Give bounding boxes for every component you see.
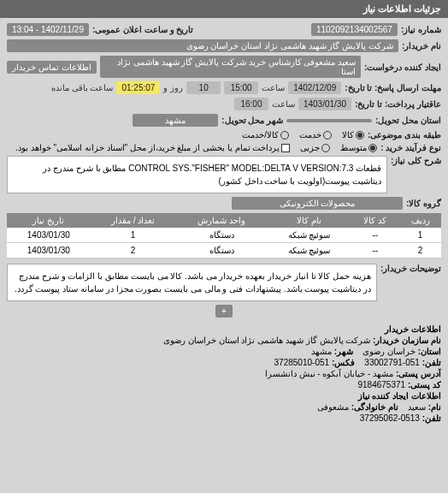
f-city-value: مشهد: [311, 347, 332, 356]
checkbox-icon: [281, 144, 290, 152]
deadline-date: 1402/12/09: [288, 81, 341, 94]
buyer-name-label: نام خریدار:: [402, 41, 441, 50]
radio-icon: [323, 131, 332, 140]
remaining-time: 01:25:07: [116, 81, 160, 94]
general-value: قطعات CONTROL SYS."FISHER" MODEL:DELTA V…: [7, 156, 387, 193]
f-tel-label: تلفن:: [422, 413, 441, 423]
f-province-label: استان:: [418, 347, 441, 356]
table-row[interactable]: 1 -- سوئیچ شبکه دستگاه 1 1403/01/30: [7, 228, 441, 243]
panel-title: جزئیات اطلاعات نیاز: [0, 0, 448, 18]
th-code: کد کالا: [351, 213, 399, 228]
announce-label: تاریخ و ساعت اعلان عمومی:: [92, 25, 193, 34]
valid-date: 1403/01/30: [298, 98, 351, 110]
creator-section-title: اطلاعات ایجاد کننده نیاز: [358, 391, 441, 401]
radio-icon: [368, 144, 377, 152]
radio-icon: [321, 144, 330, 152]
opt-medium[interactable]: متوسط: [340, 143, 377, 152]
th-name: نام کالا: [268, 213, 351, 228]
radio-icon: [356, 131, 364, 140]
f-address-label: آدرس پستی:: [396, 369, 441, 378]
f-name-label: نام:: [428, 402, 441, 412]
buy-type-label: نوع فرآیند خرید :: [380, 143, 441, 152]
group-value: محصولات الکترونیکی: [232, 197, 403, 210]
f-name-value: سعید: [408, 402, 426, 412]
opt-minor[interactable]: جزیی: [300, 143, 330, 152]
f-province-value: خراسان رضوی: [363, 347, 416, 356]
f-phone-value: 051-33002791: [364, 358, 420, 367]
f-city-label: شهر:: [334, 347, 353, 356]
pay-note-check[interactable]: پرداخت تمام یا بخشی از مبلغ خرید،از محل …: [15, 143, 290, 152]
remaining-left-label: ساعت باقی مانده: [51, 83, 114, 92]
table-row[interactable]: 2 -- سوئیچ شبکه دستگاه 2 1403/01/30: [7, 243, 441, 258]
province-deliver-value: [286, 119, 372, 122]
contact-buyer-button[interactable]: اطلاعات تماس خریدار: [7, 61, 97, 74]
th-unit: واحد شمارش: [175, 213, 268, 228]
valid-hour-label: ساعت: [272, 99, 295, 109]
request-no-label: شماره نیاز:: [401, 25, 441, 34]
f-family-label: نام خانوادگی:: [351, 402, 398, 412]
desc-label: توضیحات خریدار:: [380, 264, 441, 273]
announce-value: 1402/11/29 - 13:04: [7, 23, 89, 36]
opt-mixed[interactable]: کالا/خدمت: [242, 130, 289, 140]
th-qty: تعداد / مقدار: [91, 213, 176, 228]
deadline-hour-label: ساعت: [262, 83, 285, 92]
th-date: تاریخ نیاز: [7, 213, 91, 228]
city-deliver-label: شهر محل تحویل:: [221, 116, 283, 125]
f-fax-value: 051-37285010: [274, 358, 330, 367]
request-no: 1102092134002567: [311, 23, 398, 36]
desc-value: هزینه حمل کالا تا انبار خریدار بعهده خری…: [7, 264, 377, 301]
org-value: شرکت پالایش گاز شهید هاشمی نژاد استان خر…: [163, 336, 370, 345]
f-fax-label: فکس:: [332, 358, 355, 367]
th-row: ردیف: [399, 213, 441, 228]
group-label: گروه کالا:: [406, 199, 441, 208]
province-deliver-label: استان محل تحویل:: [375, 116, 441, 125]
deadline-label: مهلت ارسال پاسخ: تا تاریخ:: [345, 83, 441, 92]
valid-hour: 16:00: [234, 98, 268, 110]
radio-icon: [280, 131, 289, 140]
f-postcode-value: 9184675371: [357, 380, 405, 389]
remaining-days: 10: [186, 81, 221, 94]
city-deliver-value: مشهد: [133, 114, 218, 127]
opt-service[interactable]: خدمت: [299, 130, 332, 140]
packing-label: طبقه بندی موضوعی:: [368, 130, 441, 140]
deadline-hour: 15:00: [224, 81, 258, 94]
f-phone-label: تلفن:: [422, 358, 441, 367]
expand-button[interactable]: +: [215, 305, 233, 318]
f-family-value: مشعوفی: [317, 402, 349, 412]
f-address-value: مشهد - خیابان آبکوه - نبش دانشسرا: [265, 369, 393, 378]
footer-section-title: اطلاعات خریدار: [385, 324, 441, 334]
opt-goods[interactable]: کالا: [342, 130, 364, 140]
creator-value: سعید مشعوفی کارشناس خرید شرکت پالایش گاز…: [100, 56, 362, 78]
remaining-days-label: روز و: [163, 83, 183, 92]
items-table: ردیف کد کالا نام کالا واحد شمارش تعداد /…: [7, 213, 441, 258]
buyer-name: شرکت پالایش گاز شهید هاشمی نژاد استان خر…: [7, 39, 398, 52]
valid-label: عاقتیار پرداخت: تا تاریخ:: [355, 99, 441, 109]
org-label: نام سازمان خریدار:: [373, 336, 441, 345]
creator-label: ایجاد کننده درخواست:: [364, 62, 441, 72]
general-label: شرح کلی نیاز:: [391, 156, 441, 165]
f-postcode-label: کد پستی:: [408, 380, 441, 389]
f-tel-value: 0513-37295062: [360, 413, 420, 423]
